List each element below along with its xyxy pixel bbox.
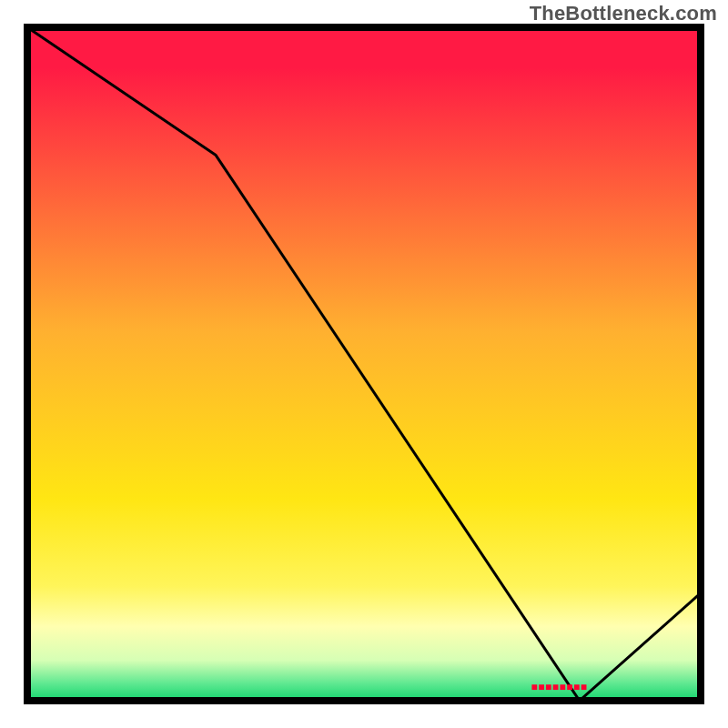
plot-gradient-bg bbox=[27, 27, 701, 701]
watermark-text: TheBottleneck.com bbox=[530, 2, 717, 25]
optimal-marker: ■■■■■■■■ bbox=[531, 681, 588, 693]
chart-stage: TheBottleneck.com ■■■■■■■■ bbox=[0, 0, 728, 728]
bottleneck-chart bbox=[0, 0, 728, 728]
